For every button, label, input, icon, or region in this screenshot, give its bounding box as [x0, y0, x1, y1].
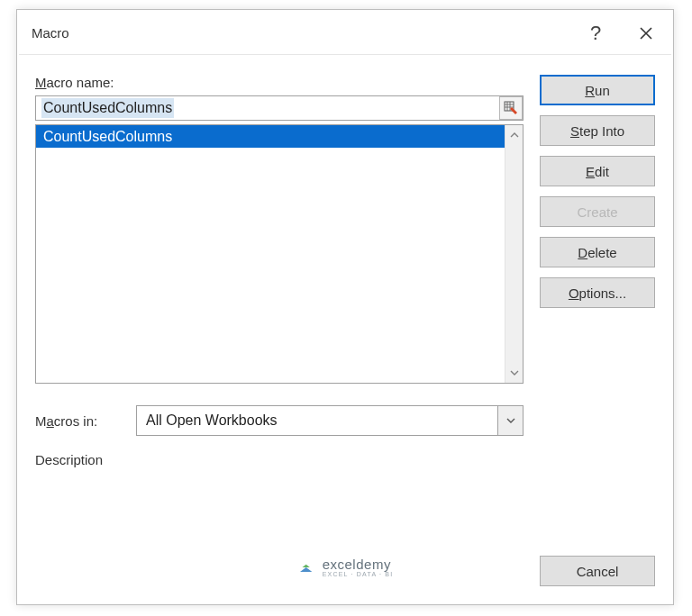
watermark-tagline: EXCEL · DATA · BI [323, 571, 394, 577]
chevron-down-icon [505, 415, 516, 426]
run-button[interactable]: Run [540, 75, 655, 105]
scroll-up-icon[interactable] [505, 125, 523, 145]
edit-button[interactable]: Edit [540, 156, 655, 186]
cancel-button[interactable]: Cancel [540, 556, 655, 586]
macro-listbox[interactable]: CountUsedColumns [35, 124, 524, 384]
close-icon [639, 26, 653, 41]
reference-button[interactable] [499, 96, 523, 120]
titlebar: Macro ? [19, 12, 671, 55]
macros-in-value: All Open Workbooks [146, 412, 278, 429]
exceldemy-logo-icon [297, 558, 315, 576]
scroll-down-icon[interactable] [505, 363, 523, 383]
watermark-brand: exceldemy [323, 557, 394, 571]
macros-in-label: Macros in: [35, 413, 123, 429]
grid-reference-icon [504, 101, 518, 115]
create-button: Create [540, 196, 655, 227]
macro-name-selection: CountUsedColumns [41, 98, 174, 118]
delete-button[interactable]: Delete [540, 237, 655, 267]
macros-in-row: Macros in: All Open Workbooks [35, 405, 524, 436]
scrollbar[interactable] [505, 125, 523, 383]
watermark: exceldemy EXCEL · DATA · BI [297, 557, 394, 577]
dropdown-toggle[interactable] [497, 406, 523, 435]
description-label: Description [35, 452, 524, 467]
macro-dialog: Macro ? Macro name: CountUsedColumns [19, 12, 671, 602]
step-into-button[interactable]: Step Into [540, 115, 655, 146]
help-button[interactable]: ? [570, 12, 621, 55]
dialog-title: Macro [32, 25, 570, 41]
list-item[interactable]: CountUsedColumns [36, 125, 505, 148]
macro-name-row: CountUsedColumns [35, 95, 524, 121]
close-button[interactable] [621, 12, 671, 55]
options-button[interactable]: Options... [540, 277, 655, 308]
macro-name-label: Macro name: [35, 75, 524, 90]
macros-in-dropdown[interactable]: All Open Workbooks [136, 405, 524, 436]
